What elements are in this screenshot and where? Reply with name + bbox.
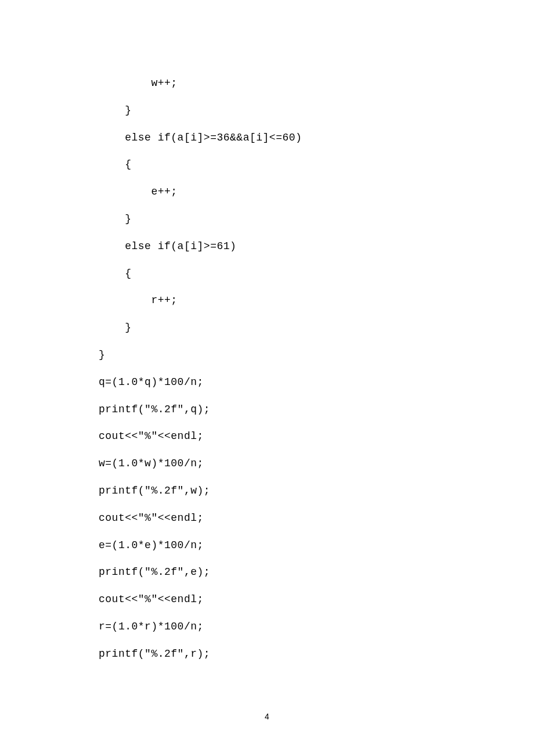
code-line: w++;: [99, 70, 534, 97]
page-number: 4: [0, 712, 534, 721]
code-line: printf("%.2f",q);: [99, 396, 534, 423]
code-line: }: [99, 341, 534, 369]
code-line: e++;: [99, 178, 534, 206]
code-line: }: [99, 97, 534, 124]
code-line: }: [99, 314, 534, 341]
code-line: {: [99, 151, 534, 178]
code-line: cout<<"%"<<endl;: [99, 423, 534, 450]
code-line: printf("%.2f",w);: [99, 477, 534, 505]
code-line: else if(a[i]>=61): [99, 233, 534, 260]
code-block: w++; } else if(a[i]>=36&&a[i]<=60) { e++…: [0, 0, 534, 668]
code-line: r=(1.0*r)*100/n;: [99, 613, 534, 640]
code-line: cout<<"%"<<endl;: [99, 586, 534, 613]
code-line: e=(1.0*e)*100/n;: [99, 532, 534, 559]
code-line: q=(1.0*q)*100/n;: [99, 369, 534, 396]
code-line: r++;: [99, 287, 534, 314]
code-line: w=(1.0*w)*100/n;: [99, 450, 534, 477]
code-line: printf("%.2f",r);: [99, 640, 534, 668]
code-line: cout<<"%"<<endl;: [99, 505, 534, 532]
code-line: }: [99, 206, 534, 233]
code-line: {: [99, 260, 534, 287]
code-line: else if(a[i]>=36&&a[i]<=60): [99, 124, 534, 152]
code-line: printf("%.2f",e);: [99, 559, 534, 586]
